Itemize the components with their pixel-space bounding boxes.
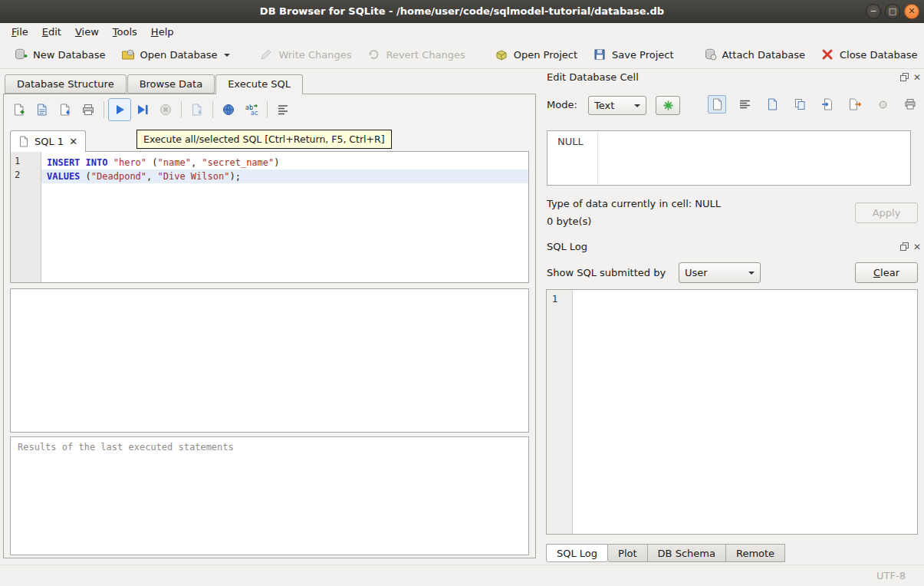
log-filter-select[interactable]: User: [679, 262, 761, 283]
import-icon: [821, 98, 834, 110]
open-in-browser-button[interactable]: [217, 98, 240, 121]
save-project-icon: [593, 48, 607, 61]
clear-cell-icon: [878, 100, 888, 110]
chevron-down-icon: [748, 272, 755, 278]
open-sql-file-button[interactable]: [31, 98, 54, 121]
document-icon: [712, 98, 723, 110]
sql-text: (: [80, 171, 90, 182]
apply-format-button[interactable]: [656, 96, 680, 115]
dock-tabbar: SQL Log Plot DB Schema Remote: [546, 544, 785, 562]
sql-text: [107, 157, 113, 168]
open-database-button[interactable]: Open Database: [113, 43, 238, 66]
statusbar: UTF-8: [0, 565, 924, 586]
close-database-label: Close Database: [840, 49, 918, 61]
chevron-down-icon: [634, 104, 640, 110]
edit-cell-title: Edit Database Cell: [547, 71, 639, 83]
format-sql-button[interactable]: [271, 98, 294, 121]
new-database-button[interactable]: New Database: [6, 43, 113, 66]
close-icon[interactable]: ✕: [913, 74, 921, 81]
log-line-number: 1: [552, 294, 572, 305]
float-icon[interactable]: [900, 73, 909, 81]
main-tabbar: Database Structure Browse Data Execute S…: [5, 74, 304, 94]
sql-document-tab[interactable]: SQL 1 ✕: [10, 130, 86, 152]
word-wrap-button[interactable]: [735, 95, 754, 114]
save-sql-file-button[interactable]: [54, 98, 77, 121]
import-cell-button[interactable]: [818, 95, 837, 114]
sql-string: "Deadpond": [91, 171, 146, 182]
stop-icon: [159, 103, 173, 117]
db-browser-window: { "window": { "title": "DB Browser for S…: [0, 0, 924, 586]
close-icon[interactable]: ✕: [913, 243, 921, 251]
save-results-button[interactable]: [186, 98, 209, 121]
save-project-button[interactable]: Save Project: [585, 43, 682, 66]
sql-code-area[interactable]: INSERT INTO "hero" ("name", "secret_name…: [41, 152, 528, 282]
execute-line-button[interactable]: [131, 98, 154, 121]
edit-cell-toolbar: [708, 95, 919, 114]
document-icon: [767, 98, 778, 110]
chevron-down-icon[interactable]: [224, 54, 230, 60]
menu-file[interactable]: File: [5, 24, 35, 40]
line-number: 1: [15, 156, 41, 170]
text-mode-button[interactable]: [708, 95, 726, 114]
attach-database-icon: [703, 48, 717, 61]
save-project-label: Save Project: [612, 49, 674, 61]
maximize-icon[interactable]: □: [885, 4, 900, 19]
menu-view[interactable]: View: [68, 24, 106, 40]
apply-button[interactable]: Apply: [855, 202, 918, 223]
set-null-button[interactable]: [873, 95, 892, 114]
menu-edit[interactable]: Edit: [35, 24, 68, 40]
sql-text: ): [274, 157, 279, 168]
find-replace-button[interactable]: abac: [240, 98, 263, 121]
document-icon: [18, 136, 29, 147]
write-changes-button[interactable]: Write Changes: [252, 43, 359, 66]
mode-select[interactable]: Text: [588, 96, 646, 115]
close-icon[interactable]: ✕: [69, 136, 77, 147]
svg-text:ac: ac: [251, 110, 258, 117]
dock-tab-plot[interactable]: Plot: [608, 544, 648, 562]
close-icon[interactable]: ✕: [904, 4, 919, 19]
float-icon[interactable]: [900, 242, 909, 251]
encoding-indicator[interactable]: UTF-8: [876, 570, 906, 581]
cell-type-info: Type of data currently in cell: NULL: [547, 198, 721, 209]
stop-button[interactable]: [154, 98, 177, 121]
minimize-icon[interactable]: −: [866, 4, 881, 19]
execute-all-button[interactable]: [108, 98, 131, 121]
mode-label: Mode:: [547, 99, 577, 110]
print-cell-button[interactable]: [901, 95, 919, 114]
results-placeholder-text: Results of the last executed statements: [11, 437, 528, 457]
apply-format-icon: [663, 100, 674, 111]
globe-icon: [222, 103, 235, 117]
tab-browse-data[interactable]: Browse Data: [127, 74, 215, 94]
dock-tab-db-schema[interactable]: DB Schema: [648, 544, 726, 562]
tab-execute-sql[interactable]: Execute SQL: [215, 74, 303, 94]
open-project-button[interactable]: Open Project: [487, 43, 585, 66]
copy-cell-button[interactable]: [791, 95, 809, 114]
cell-value-editor[interactable]: NULL: [547, 130, 911, 186]
results-grid[interactable]: [10, 288, 529, 433]
new-cell-doc-button[interactable]: [763, 95, 781, 114]
close-database-button[interactable]: Close Database: [813, 43, 924, 66]
revert-changes-button[interactable]: Revert Changes: [359, 43, 472, 66]
dock-tab-sql-log[interactable]: SQL Log: [546, 544, 608, 562]
sql-log-area[interactable]: 1: [546, 289, 918, 535]
sql-identifier: "name": [158, 157, 191, 168]
tab-database-structure[interactable]: Database Structure: [5, 74, 127, 94]
menu-tools[interactable]: Tools: [106, 24, 144, 40]
open-sql-file-icon: [35, 103, 49, 117]
titlebar: DB Browser for SQLite - /home/user/code/…: [0, 0, 924, 23]
dock-tab-remote[interactable]: Remote: [726, 544, 785, 562]
results-message-area[interactable]: Results of the last executed statements: [10, 436, 529, 555]
edit-cell-dock-controls: ✕: [900, 73, 921, 81]
attach-database-button[interactable]: Attach Database: [695, 43, 813, 66]
execute-sql-panel: abac SQL 1 ✕ 1 2 INSERT INTO "hero" ("na…: [3, 94, 536, 558]
menu-help[interactable]: Help: [144, 24, 181, 40]
sql-string: "Dive Wilson": [158, 171, 230, 182]
execute-line-icon: [136, 103, 150, 117]
mode-select-value: Text: [594, 100, 614, 111]
line-number: 2: [15, 170, 41, 183]
export-cell-button[interactable]: [846, 95, 864, 114]
new-sql-tab-button[interactable]: [8, 98, 31, 121]
clear-log-button[interactable]: Clear: [855, 262, 918, 283]
print-sql-button[interactable]: [77, 98, 100, 121]
sql-editor[interactable]: 1 2 INSERT INTO "hero" ("name", "secret_…: [10, 151, 529, 283]
